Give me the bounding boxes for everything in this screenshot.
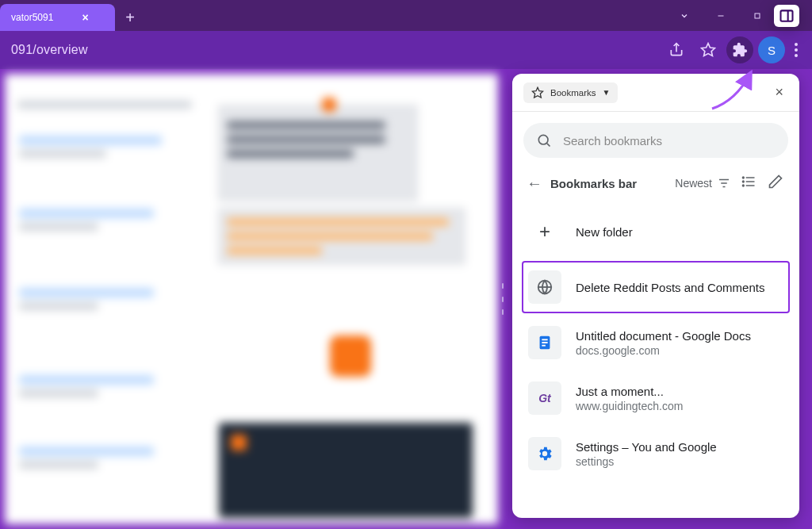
bookmark-row[interactable]: Untitled document - Google Docs docs.goo… [522,316,790,369]
row-title: New folder [576,225,633,239]
svg-point-18 [743,181,745,182]
panel-subheader: ← Bookmarks bar Newest [512,166,799,201]
back-arrow-icon[interactable]: ← [527,175,542,191]
close-tab-icon[interactable]: × [82,11,88,24]
row-title: Untitled document - Google Docs [576,329,751,343]
search-input-field[interactable] [563,134,776,148]
panel-selector-chip[interactable]: Bookmarks ▼ [523,82,618,103]
browser-tab[interactable]: vator5091 × [0,4,115,31]
svg-rect-1 [755,13,760,18]
svg-point-9 [538,135,548,144]
row-title: Just a moment... [576,385,683,398]
row-title: Delete Reddit Posts and Comments [576,281,764,294]
address-bar: 091/overview S [0,31,812,69]
svg-rect-23 [542,339,547,340]
sort-button[interactable]: Newest [675,176,731,190]
tabs-dropdown-button[interactable] [666,0,703,31]
side-panel-icon[interactable] [774,5,799,27]
svg-rect-6 [781,10,793,21]
search-bookmarks-input[interactable] [523,123,788,158]
titlebar: vator5091 × + [0,0,812,31]
bookmark-row-highlighted[interactable]: Delete Reddit Posts and Comments [522,261,790,313]
svg-line-10 [547,144,550,147]
svg-rect-24 [542,342,547,343]
bookmarks-list: + New folder Delete Reddit Posts and Com… [512,201,799,485]
share-icon[interactable] [663,36,690,63]
guidingtech-icon: Gt [528,381,561,415]
minimize-button[interactable] [703,0,739,31]
new-folder-row[interactable]: + New folder [522,205,790,258]
row-subtitle: docs.google.com [576,344,751,357]
bookmarks-side-panel: Bookmarks ▼ × ← Bookmarks bar Newest [512,74,799,518]
menu-kebab-icon[interactable] [790,43,802,57]
new-tab-button[interactable]: + [115,4,145,31]
chevron-down-icon: ▼ [603,88,611,97]
edit-pencil-icon[interactable] [766,172,785,194]
url-text[interactable]: 091/overview [11,43,655,57]
star-outline-icon [531,86,544,99]
search-icon [536,132,552,148]
bookmark-star-icon[interactable] [695,36,722,63]
google-docs-icon [528,326,561,359]
panel-chip-label: Bookmarks [550,88,596,98]
globe-icon [528,270,561,304]
extensions-icon[interactable] [726,36,753,63]
panel-header: Bookmarks ▼ × [512,74,799,112]
filter-icon [717,176,731,190]
svg-point-17 [743,177,745,178]
section-title: Bookmarks bar [550,177,637,190]
panel-resize-handle[interactable] [500,283,505,315]
svg-marker-5 [702,44,715,56]
view-toggle-icon[interactable] [739,172,758,194]
svg-marker-8 [532,87,542,98]
content-area: Bookmarks ▼ × ← Bookmarks bar Newest [0,69,812,529]
row-subtitle: www.guidingtech.com [576,400,683,412]
close-panel-icon[interactable]: × [770,81,788,104]
bookmark-row[interactable]: Settings – You and Google settings [522,427,790,480]
plus-icon: + [528,215,561,248]
sort-label: Newest [675,177,712,190]
blurred-page [5,74,498,524]
tab-title: vator5091 [11,12,53,23]
maximize-button[interactable] [739,0,776,31]
row-subtitle: settings [576,455,717,468]
svg-point-19 [743,185,745,186]
settings-gear-icon [528,437,561,470]
bookmark-row[interactable]: Gt Just a moment... www.guidingtech.com [522,372,790,424]
profile-avatar[interactable]: S [758,36,785,63]
row-title: Settings – You and Google [576,440,717,454]
svg-rect-25 [542,345,546,347]
